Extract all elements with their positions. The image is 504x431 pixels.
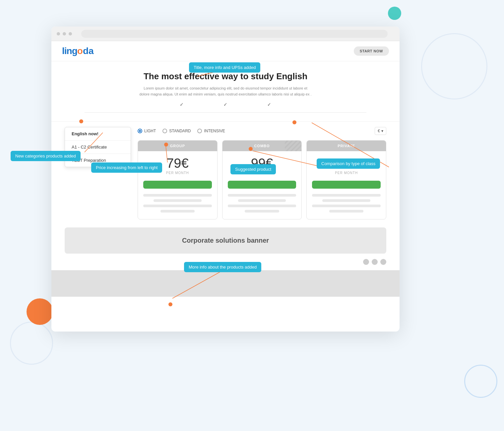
feature-line-3 [143,205,212,207]
card-body-group: 79€ PER MONTH [138,151,217,219]
price-combo: 99€ [228,156,296,170]
browser-dot-3 [69,32,72,35]
card-header-private: PRIVATE [307,141,386,151]
dot-3 [380,259,386,265]
feature-private-2 [322,199,370,202]
price-private: 99€ [312,156,381,170]
logo-text-blue2: da [83,46,94,56]
site-footer [51,270,400,297]
browser-bar [51,27,400,41]
logo-text-blue: ling [62,46,77,56]
category-dropdown[interactable]: English now! A1 - C2 Certificate TEST Pr… [65,127,131,167]
feature-combo-4 [245,210,279,213]
deco-outline-circle-small [10,322,53,365]
hero-subtitle: Lorem ipsum dolor sit amet, consectetur … [139,86,312,97]
usp-row: ✓ ✓ ✓ [71,102,380,107]
usp-check-1: ✓ [180,102,184,107]
feature-line-4 [160,210,195,213]
hero-title: The most effective way to study English [71,71,380,82]
usp-check-3: ✓ [267,102,271,107]
deco-green-circle [388,7,401,20]
toggle-light-label: LIGHT [144,129,156,133]
card-body-private: 99€ PER MONTH [307,151,386,219]
feature-combo-3 [228,205,296,207]
cta-group[interactable] [143,181,212,189]
feature-private-4 [329,210,363,213]
toggle-standard-label: STANDARD [169,129,191,133]
cta-private[interactable] [312,181,381,189]
start-now-button[interactable]: START NOW [354,46,389,56]
price-card-group: GROUP 79€ PER MONTH [138,140,218,219]
currency-chevron: ▾ [381,129,383,133]
hero-section: The most effective way to study English … [51,61,400,122]
plan-toggle-row: LIGHT STANDARD INTENSIVE € ▾ [138,127,386,135]
card-header-group: GROUP [138,141,217,151]
logo-dot: o [77,46,83,56]
toggle-intensive-label: INTENSIVE [204,129,225,133]
radio-intensive[interactable] [197,129,202,133]
browser-content: lingoda START NOW The most effective way… [51,41,400,332]
dropdown-item-test[interactable]: TEST Preparation [65,154,131,167]
period-group: PER MONTH [143,171,212,175]
features-private [312,194,381,213]
price-group: 79€ [143,156,212,170]
deco-blue-outline-circle [464,365,497,398]
feature-combo-2 [238,199,286,202]
price-card-private: PRIVATE 99€ PER MONTH [306,140,386,219]
feature-combo-1 [228,194,296,197]
logo: lingoda [62,46,94,56]
features-combo [228,194,296,213]
feature-line-1 [143,194,212,197]
dot-2 [372,259,378,265]
corporate-banner-text: Corporate solutions banner [74,237,377,244]
card-header-combo: COMBO [222,141,302,151]
deco-orange-circle [27,298,53,325]
toggle-standard[interactable]: STANDARD [162,129,191,133]
main-area: English now! A1 - C2 Certificate TEST Pr… [51,122,400,219]
pricing-section: LIGHT STANDARD INTENSIVE € ▾ [138,127,386,219]
deco-outline-circle-large [421,33,487,99]
toggle-intensive[interactable]: INTENSIVE [197,129,225,133]
browser-address-bar[interactable] [81,30,388,38]
currency-symbol: € [378,129,380,133]
browser-window: lingoda START NOW The most effective way… [51,27,400,332]
radio-light[interactable] [138,129,142,133]
stripe-decoration [285,141,301,151]
feature-private-3 [312,205,381,207]
card-body-combo: 99€ PER MONTH [222,151,302,219]
dropdown-item-certificate[interactable]: A1 - C2 Certificate [65,141,131,154]
corporate-banner: Corporate solutions banner [65,227,386,254]
feature-line-2 [154,199,202,202]
currency-selector[interactable]: € ▾ [375,127,386,135]
dots-row [51,259,400,270]
pricing-cards-row: GROUP 79€ PER MONTH [138,140,386,219]
features-group [143,194,212,213]
usp-divider [85,112,366,113]
site-header: lingoda START NOW [51,41,400,61]
browser-dot-1 [57,32,60,35]
radio-standard[interactable] [162,129,167,133]
toggle-light[interactable]: LIGHT [138,129,156,133]
dropdown-item-english[interactable]: English now! [65,127,131,141]
period-combo: PER MONTH [228,171,296,175]
cta-combo[interactable] [228,181,296,189]
usp-check-2: ✓ [223,102,227,107]
period-private: PER MONTH [312,171,381,175]
browser-dot-2 [63,32,66,35]
dot-1 [363,259,369,265]
price-card-combo: COMBO 99€ PER MONTH [222,140,302,219]
feature-private-1 [312,194,381,197]
